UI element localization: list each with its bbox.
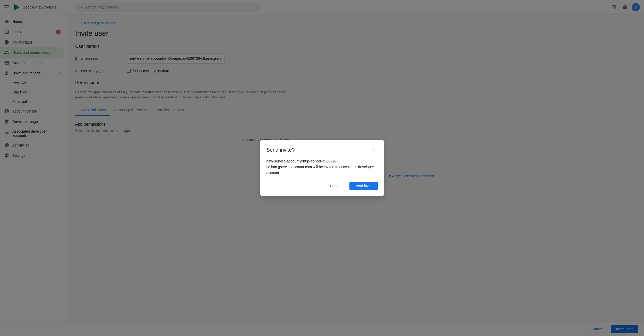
close-icon: ✕: [372, 147, 375, 153]
modal-header: Send invite? ✕: [267, 146, 378, 154]
send-invite-modal: Send invite? ✕ new-service-account@h0p-a…: [260, 140, 384, 196]
modal-body: new-service-account@h0p-apricot-4536728-…: [267, 158, 378, 176]
modal-close-button[interactable]: ✕: [370, 146, 378, 154]
modal-cancel-button[interactable]: Cancel: [325, 182, 347, 190]
modal-actions: Cancel Send invite: [267, 182, 378, 190]
modal-send-invite-button[interactable]: Send invite: [349, 182, 377, 190]
modal-title: Send invite?: [267, 147, 295, 153]
modal-overlay: Send invite? ✕ new-service-account@h0p-a…: [0, 0, 644, 336]
